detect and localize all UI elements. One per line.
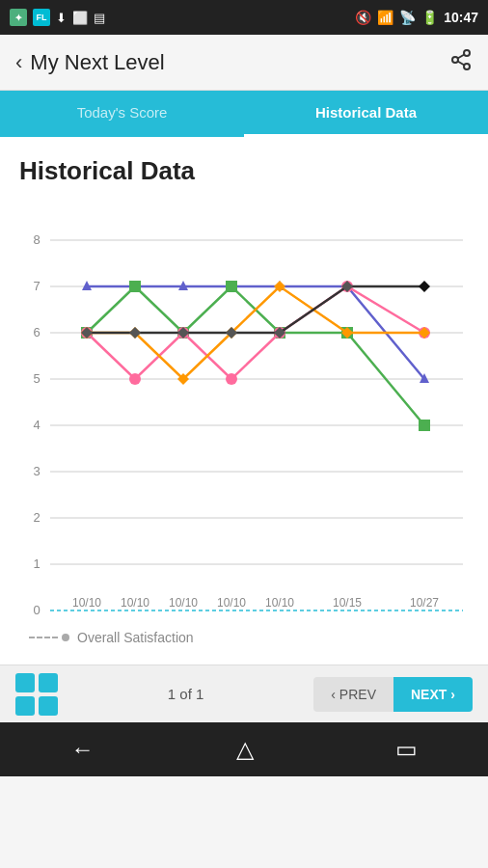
svg-text:7: 7 xyxy=(33,279,40,293)
status-icon-download: ⬇ xyxy=(56,11,67,25)
status-bar: ✦ FL ⬇ ⬜ ▤ 🔇 📶 📡 🔋 10:47 xyxy=(0,0,488,35)
svg-text:4: 4 xyxy=(33,418,40,432)
svg-point-0 xyxy=(464,50,470,56)
svg-rect-38 xyxy=(129,281,141,292)
grid-cell-3 xyxy=(15,696,35,716)
svg-point-1 xyxy=(452,57,458,63)
svg-point-2 xyxy=(464,64,470,69)
section-title: Historical Data xyxy=(19,156,478,186)
grid-cell-4 xyxy=(39,696,58,716)
svg-text:0: 0 xyxy=(33,603,40,616)
prev-chevron-icon: ‹ xyxy=(331,687,336,702)
svg-rect-40 xyxy=(226,281,237,292)
chart-container: 8 7 6 5 4 3 2 1 0 xyxy=(10,202,478,620)
svg-text:5: 5 xyxy=(33,371,40,386)
back-button[interactable]: ‹ xyxy=(15,50,22,75)
prev-button[interactable]: ‹ PREV xyxy=(313,677,393,712)
legend-overall-satisfaction: Overall Satisfaction xyxy=(29,630,194,645)
svg-text:10/10: 10/10 xyxy=(265,596,294,610)
tab-today-score[interactable]: Today's Score xyxy=(0,91,244,137)
historical-chart: 8 7 6 5 4 3 2 1 0 xyxy=(19,202,469,616)
svg-point-47 xyxy=(226,373,237,385)
status-battery-icon: 🔋 xyxy=(421,10,438,25)
app-icon-1: ✦ xyxy=(10,9,27,26)
pagination-label: 1 of 1 xyxy=(168,686,204,702)
status-wifi-icon: 📶 xyxy=(377,10,393,25)
status-time: 10:47 xyxy=(444,10,478,25)
status-signal-icon: 📡 xyxy=(399,10,416,25)
app-bar-left: ‹ My Next Level xyxy=(15,50,165,75)
svg-line-3 xyxy=(458,61,465,65)
app-bar: ‹ My Next Level xyxy=(0,35,488,91)
svg-text:8: 8 xyxy=(33,232,40,247)
tab-historical-data[interactable]: Historical Data xyxy=(244,91,488,137)
main-content: Historical Data 8 7 6 5 4 3 2 xyxy=(0,137,488,665)
grid-view-toggle[interactable] xyxy=(15,673,58,716)
svg-text:2: 2 xyxy=(33,510,40,525)
legend: Overall Satisfaction xyxy=(10,620,478,655)
grid-cell-1 xyxy=(15,673,35,692)
svg-marker-58 xyxy=(419,281,430,292)
grid-cell-2 xyxy=(39,673,58,692)
tabs-container: Today's Score Historical Data xyxy=(0,91,488,137)
svg-text:10/10: 10/10 xyxy=(72,596,101,610)
share-button[interactable] xyxy=(449,48,473,77)
home-nav-button[interactable]: △ xyxy=(236,736,254,763)
svg-text:10/27: 10/27 xyxy=(410,596,439,610)
bottom-bar: 1 of 1 ‹ PREV NEXT › xyxy=(0,665,488,722)
svg-point-45 xyxy=(129,373,141,385)
status-bar-left: ✦ FL ⬇ ⬜ ▤ xyxy=(10,9,105,26)
svg-line-4 xyxy=(458,54,465,58)
svg-text:1: 1 xyxy=(33,556,40,571)
legend-label: Overall Satisfaction xyxy=(77,630,194,645)
recents-nav-button[interactable]: ▭ xyxy=(395,736,418,763)
status-bar-right: 🔇 📶 📡 🔋 10:47 xyxy=(355,10,478,25)
svg-rect-43 xyxy=(419,420,430,431)
svg-text:10/15: 10/15 xyxy=(333,596,362,610)
back-nav-button[interactable]: ← xyxy=(71,736,95,763)
nav-buttons: ‹ PREV NEXT › xyxy=(313,677,473,712)
svg-text:10/10: 10/10 xyxy=(169,596,198,610)
system-nav-bar: ← △ ▭ xyxy=(0,722,488,776)
next-chevron-icon: › xyxy=(450,687,455,702)
svg-text:3: 3 xyxy=(33,464,40,478)
app-icon-fl: FL xyxy=(33,9,50,26)
svg-text:10/10: 10/10 xyxy=(217,596,246,610)
svg-text:10/10: 10/10 xyxy=(121,596,149,610)
status-mute-icon: 🔇 xyxy=(355,10,371,25)
app-title: My Next Level xyxy=(30,50,164,75)
next-button[interactable]: NEXT › xyxy=(393,677,473,712)
status-icon-barcode: ▤ xyxy=(94,11,105,25)
svg-text:6: 6 xyxy=(33,325,40,339)
status-icon-inbox: ⬜ xyxy=(72,11,88,25)
